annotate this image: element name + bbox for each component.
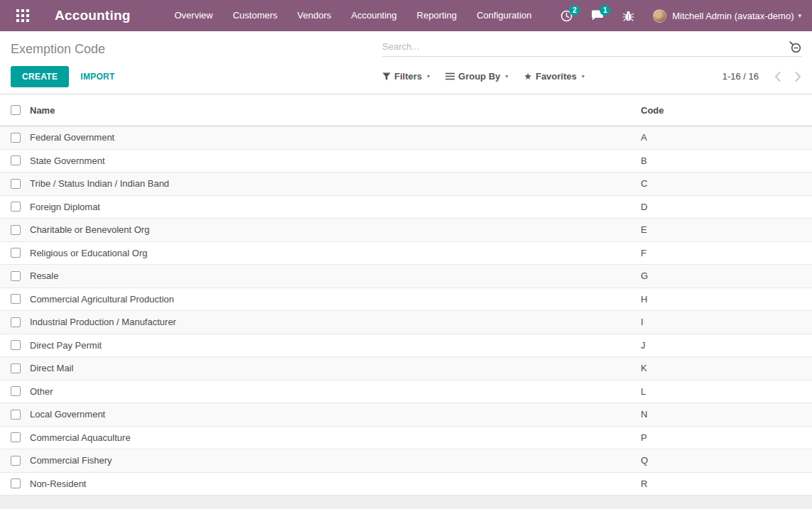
row-name: Commercial Fishery — [30, 455, 641, 466]
menu-customers[interactable]: Customers — [223, 0, 288, 31]
row-name: Other — [30, 386, 641, 397]
row-name: Foreign Diplomat — [30, 202, 641, 212]
table-row[interactable]: Foreign Diplomat D — [0, 196, 812, 219]
row-checkbox[interactable] — [11, 478, 21, 488]
search-options: Filters ▾ Group By ▾ ★ Favorites ▾ — [382, 71, 585, 82]
menu-overview[interactable]: Overview — [165, 0, 223, 31]
menu-reporting[interactable]: Reporting — [407, 0, 467, 31]
row-checkbox[interactable] — [11, 225, 21, 235]
menu-accounting[interactable]: Accounting — [341, 0, 406, 31]
user-name: Mitchell Admin (avatax-demo) — [672, 11, 794, 21]
row-checkbox[interactable] — [11, 294, 21, 304]
filters-dropdown[interactable]: Filters ▾ — [382, 71, 430, 82]
table-row[interactable]: Industrial Production / Manufacturer I — [0, 311, 812, 334]
apps-grid-icon — [16, 9, 29, 22]
menu-vendors[interactable]: Vendors — [288, 0, 342, 31]
chevron-down-icon: ▾ — [582, 73, 585, 80]
row-checkbox[interactable] — [11, 271, 21, 281]
table-row[interactable]: Commercial Agricultural Production H — [0, 288, 812, 312]
row-checkbox[interactable] — [11, 456, 21, 466]
main-menu: Overview Customers Vendors Accounting Re… — [165, 0, 542, 31]
row-code: Q — [641, 455, 812, 466]
table-row[interactable]: Resale G — [0, 265, 812, 288]
chevron-down-icon: ▾ — [427, 73, 430, 80]
row-code: K — [641, 363, 812, 373]
row-checkbox[interactable] — [11, 363, 21, 373]
user-menu[interactable]: Mitchell Admin (avatax-demo) ▾ — [653, 9, 801, 23]
table-row[interactable]: Local Government N — [0, 403, 812, 427]
row-checkbox[interactable] — [11, 133, 21, 143]
app-title: Accounting — [55, 8, 131, 23]
debug-button[interactable] — [622, 10, 634, 22]
table-body: Federal Government A State Government B … — [0, 126, 812, 496]
group-by-dropdown[interactable]: Group By ▾ — [445, 71, 508, 82]
row-code: R — [641, 478, 812, 489]
row-checkbox[interactable] — [11, 248, 21, 258]
table-row[interactable]: Federal Government A — [0, 126, 812, 150]
top-navbar: Accounting Overview Customers Vendors Ac… — [0, 0, 812, 31]
row-checkbox[interactable] — [11, 317, 21, 327]
row-name: Non-Resident — [30, 478, 641, 489]
table-row[interactable]: Tribe / Status Indian / Indian Band C — [0, 173, 812, 196]
row-code: G — [641, 270, 812, 281]
import-button[interactable]: IMPORT — [80, 72, 114, 82]
column-header-code[interactable]: Code — [641, 105, 812, 116]
table-row[interactable]: Charitable or Benevolent Org E — [0, 219, 812, 242]
funnel-icon — [382, 72, 391, 81]
table-row[interactable]: Other L — [0, 381, 812, 404]
filters-label: Filters — [394, 71, 422, 82]
systray: 2 1 Mitchell Admin (avatax-demo) — [542, 9, 801, 23]
row-checkbox[interactable] — [11, 202, 21, 212]
table-row[interactable]: Commercial Fishery Q — [0, 449, 812, 473]
exemption-code-list: Name Code Federal Government A State Gov… — [0, 94, 812, 509]
menu-configuration[interactable]: Configuration — [467, 0, 541, 31]
activity-count-badge: 2 — [569, 5, 580, 16]
search-icon[interactable] — [788, 40, 801, 53]
table-row[interactable]: Direct Mail K — [0, 357, 812, 381]
column-header-name[interactable]: Name — [30, 105, 641, 116]
row-checkbox[interactable] — [11, 179, 21, 189]
favorites-dropdown[interactable]: ★ Favorites ▾ — [524, 71, 584, 82]
table-row[interactable]: State Government B — [0, 150, 812, 173]
chevron-down-icon: ▾ — [505, 73, 508, 80]
pager-range: 1-16 / 16 — [722, 71, 759, 82]
messages-button[interactable]: 1 — [591, 10, 604, 21]
row-code: L — [641, 386, 812, 397]
create-button[interactable]: CREATE — [11, 66, 69, 87]
apps-grid-icon[interactable] — [11, 4, 35, 28]
pager-previous-button[interactable] — [774, 72, 781, 82]
table-row[interactable]: Commercial Aquaculture P — [0, 427, 812, 450]
chevron-left-icon — [774, 72, 781, 82]
table-row[interactable]: Non-Resident R — [0, 473, 812, 496]
row-name: Charitable or Benevolent Org — [30, 224, 641, 235]
star-icon: ★ — [524, 71, 532, 82]
row-checkbox[interactable] — [11, 340, 21, 350]
row-checkbox[interactable] — [11, 155, 21, 165]
table-row[interactable]: Religious or Educational Org F — [0, 242, 812, 266]
pager-next-button[interactable] — [795, 72, 801, 82]
favorites-label: Favorites — [536, 71, 577, 82]
select-all-checkbox[interactable] — [11, 105, 21, 115]
row-code: J — [641, 340, 812, 351]
control-panel: Exemption Code CREATE IMPORT Filters ▾ — [0, 31, 812, 94]
activities-button[interactable]: 2 — [561, 10, 573, 22]
table-row[interactable]: Direct Pay Permit J — [0, 334, 812, 358]
row-name: Direct Mail — [30, 363, 641, 373]
row-code: N — [641, 409, 812, 420]
row-code: I — [641, 317, 812, 327]
row-checkbox[interactable] — [11, 410, 21, 420]
row-code: H — [641, 294, 812, 305]
search-input[interactable] — [382, 41, 788, 52]
row-checkbox[interactable] — [11, 386, 21, 396]
row-code: B — [641, 155, 812, 166]
row-name: Direct Pay Permit — [30, 340, 641, 351]
row-checkbox[interactable] — [11, 432, 21, 442]
row-name: Local Government — [30, 409, 641, 420]
row-code: P — [641, 432, 812, 443]
row-name: State Government — [30, 155, 641, 166]
row-name: Industrial Production / Manufacturer — [30, 317, 641, 327]
row-code: A — [641, 132, 812, 143]
row-name: Religious or Educational Org — [30, 248, 641, 258]
chevron-down-icon: ▾ — [798, 12, 801, 19]
row-name: Resale — [30, 270, 641, 281]
